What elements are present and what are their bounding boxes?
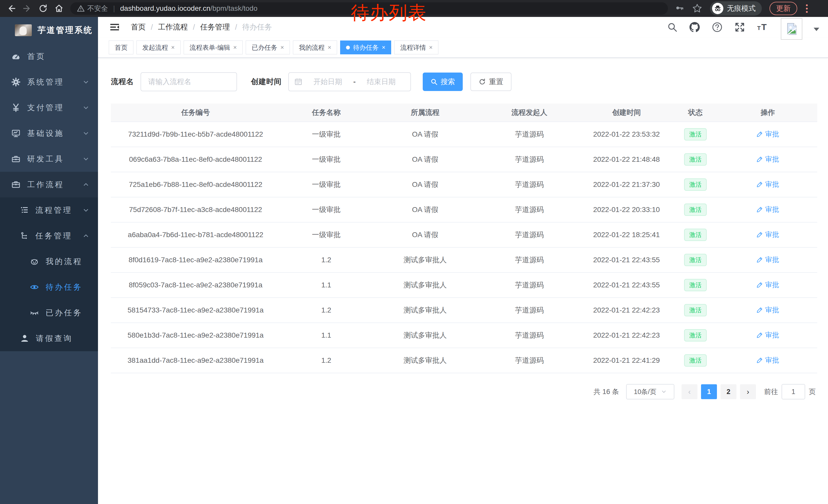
cell-process: 测试多审批人 [372, 330, 478, 340]
approve-link[interactable]: 审批 [756, 280, 779, 289]
reload-icon[interactable] [38, 4, 48, 13]
cell-status: 激活 [672, 329, 718, 341]
cell-actions: 审批 [718, 356, 817, 365]
sidebar-item-infra[interactable]: 基础设施 [0, 121, 98, 146]
view-tab[interactable]: 首页 [109, 41, 133, 54]
col-status: 状态 [672, 108, 718, 118]
cell-initiator: 芋道源码 [478, 180, 580, 189]
cell-process: OA 请假 [372, 205, 478, 215]
fullscreen-icon[interactable] [734, 21, 745, 33]
sidebar-item-workflow[interactable]: 工作流程 [0, 172, 98, 197]
url-separator: | [112, 4, 117, 12]
view-tab[interactable]: 流程表单-编辑 × [184, 41, 243, 54]
view-tab[interactable]: 流程详情 × [394, 41, 439, 54]
cell-initiator: 芋道源码 [478, 305, 580, 315]
help-icon[interactable] [711, 21, 723, 33]
back-icon[interactable] [7, 4, 16, 13]
breadcrumb-home[interactable]: 首页 [131, 22, 146, 32]
approve-link[interactable]: 审批 [756, 205, 779, 214]
next-page-button[interactable]: › [740, 384, 756, 399]
process-name-input[interactable]: 请输入流程名 [140, 72, 237, 91]
table-row: 75d72608-7b7f-11ec-a3c8-acde48001122 一级审… [111, 197, 817, 222]
github-icon[interactable] [689, 21, 700, 33]
todo-task-table: 任务编号 任务名称 所属流程 流程发起人 创建时间 状态 操作 73211d9d… [111, 103, 817, 373]
yen-icon [11, 103, 20, 112]
collapse-sidebar-icon[interactable] [109, 22, 121, 32]
bookmark-star-icon[interactable] [692, 3, 702, 13]
cell-initiator: 芋道源码 [478, 154, 580, 164]
goto-page-input[interactable]: 1 [782, 384, 805, 400]
cell-process: 测试多审批人 [372, 255, 478, 265]
breadcrumb-workflow[interactable]: 工作流程 [158, 22, 188, 32]
cell-status: 激活 [672, 254, 718, 266]
approve-link[interactable]: 审批 [756, 154, 779, 164]
page-size-select[interactable]: 10条/页 [626, 384, 674, 400]
search-icon [430, 78, 438, 85]
incognito-badge[interactable]: 无痕模式 [710, 1, 762, 16]
approve-link[interactable]: 审批 [756, 180, 779, 189]
update-button[interactable]: 更新 [770, 2, 797, 15]
table-row: 73211d9d-7b9b-11ec-b5b7-acde48001122 一级审… [111, 122, 817, 147]
warning-icon [77, 5, 85, 12]
date-range-input[interactable]: 开始日期 - 结束日期 [288, 72, 411, 91]
sidebar-item-home[interactable]: 首页 [0, 44, 98, 69]
home-icon[interactable] [54, 4, 64, 13]
status-badge: 激活 [684, 203, 707, 216]
view-tab[interactable]: 发起流程 × [136, 41, 180, 54]
browser-actions: 无痕模式 更新 [675, 1, 809, 16]
status-badge: 激活 [684, 254, 707, 266]
sidebar-item-process-mgmt[interactable]: 流程管理 [0, 197, 98, 223]
status-badge: 激活 [684, 354, 707, 367]
sidebar-item-my-process[interactable]: 我的流程 [0, 249, 98, 274]
edit-pen-icon [756, 281, 763, 288]
sidebar-item-task-mgmt[interactable]: 任务管理 [0, 223, 98, 249]
view-tab[interactable]: 我的流程 × [293, 41, 337, 54]
todo-task-page: 流程名 请输入流程名 创建时间 开始日期 - 结束日期 搜索 重置 [98, 58, 828, 504]
approve-link[interactable]: 审批 [756, 330, 779, 340]
prev-page-button[interactable]: ‹ [681, 384, 697, 399]
forward-icon[interactable] [23, 4, 32, 13]
table-header-row: 任务编号 任务名称 所属流程 流程发起人 创建时间 状态 操作 [111, 103, 817, 122]
sidebar-item-payment[interactable]: 支付管理 [0, 95, 98, 121]
reset-button[interactable]: 重置 [470, 73, 511, 91]
font-size-icon[interactable]: TT [757, 21, 770, 33]
goto-label: 前往 [764, 387, 778, 396]
cell-status: 激活 [672, 178, 718, 191]
sidebar-item-done-task[interactable]: 已办任务 [0, 300, 98, 326]
page-number-button[interactable]: 2 [720, 384, 736, 399]
search-icon[interactable] [667, 22, 678, 33]
cell-status: 激活 [672, 229, 718, 241]
view-tab[interactable]: 待办任务 × [340, 41, 391, 54]
close-icon[interactable]: × [328, 44, 331, 51]
avatar-dropdown-caret[interactable] [814, 28, 819, 31]
close-icon[interactable]: × [382, 44, 385, 51]
breadcrumb-task-mgmt[interactable]: 任务管理 [200, 22, 230, 32]
page-url[interactable]: dashboard.yudao.iocoder.cn/bpm/task/todo [120, 4, 257, 12]
close-icon[interactable]: × [429, 44, 432, 51]
user-avatar-broken-image[interactable] [781, 18, 802, 40]
approve-link[interactable]: 审批 [756, 130, 779, 139]
approve-link[interactable]: 审批 [756, 230, 779, 239]
approve-link[interactable]: 审批 [756, 356, 779, 365]
close-icon[interactable]: × [280, 44, 284, 51]
search-form: 流程名 请输入流程名 创建时间 开始日期 - 结束日期 搜索 重置 [111, 72, 817, 91]
browser-menu-icon[interactable] [805, 3, 809, 14]
close-icon[interactable]: × [233, 44, 237, 51]
edit-pen-icon [756, 156, 763, 163]
password-key-icon[interactable] [675, 4, 685, 13]
sidebar-item-devtool[interactable]: 研发工具 [0, 146, 98, 172]
sidebar-item-system[interactable]: 系统管理 [0, 69, 98, 95]
page-suffix: 页 [809, 387, 816, 396]
approve-link[interactable]: 审批 [756, 255, 779, 264]
close-icon[interactable]: × [171, 44, 175, 51]
approve-link[interactable]: 审批 [756, 305, 779, 315]
search-button[interactable]: 搜索 [423, 73, 463, 91]
sidebar-item-leave-query[interactable]: 请假查询 [0, 326, 98, 351]
view-tab[interactable]: 已办任务 × [246, 41, 290, 54]
page-number-button[interactable]: 1 [701, 384, 717, 399]
table-row: 381aa1dd-7ac8-11ec-a9e2-a2380e71991a 1.2… [111, 348, 817, 373]
sidebar-item-todo-task[interactable]: 待办任务 [0, 274, 98, 300]
not-secure-warning[interactable]: 不安全 [77, 4, 108, 13]
app-logo[interactable]: 芋道管理系统 [0, 17, 98, 44]
cell-task-id: 58154733-7ac8-11ec-a9e2-a2380e71991a [111, 306, 280, 314]
